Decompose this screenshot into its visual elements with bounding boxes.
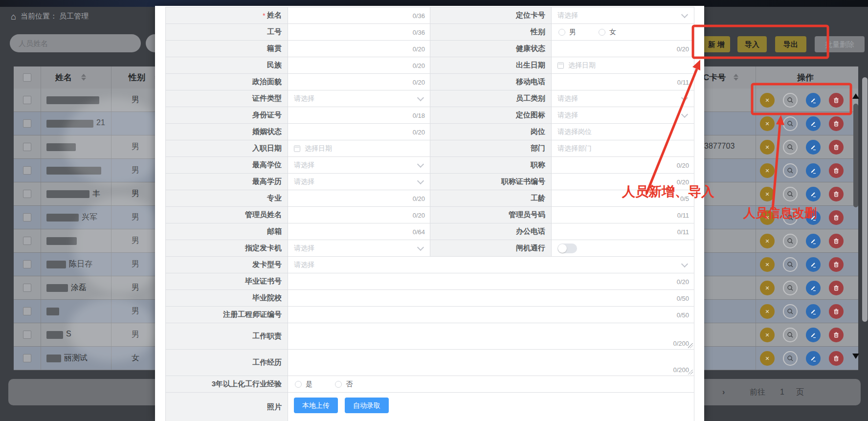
import-button[interactable]: 导入 [737, 36, 767, 52]
row-checkbox[interactable] [23, 331, 31, 339]
radio-cell[interactable]: 是否 [288, 376, 694, 392]
radio-option[interactable]: 男 [558, 28, 576, 37]
select-input[interactable]: 请选择 [288, 157, 430, 173]
local-upload-button[interactable]: 本地上传 [294, 398, 338, 413]
select-input[interactable]: 请选择 [288, 174, 430, 190]
disable-button[interactable]: ✕ [760, 93, 775, 108]
view-button[interactable] [783, 187, 798, 201]
edit-button[interactable] [806, 304, 821, 319]
disable-button[interactable]: ✕ [760, 234, 775, 248]
edit-button[interactable] [806, 116, 821, 131]
date-input[interactable]: 选择日期 [552, 57, 694, 73]
pagination-next-icon[interactable]: › [722, 379, 725, 405]
add-button[interactable]: 新 增 [703, 36, 730, 52]
pagination-goto-input[interactable]: 1 [780, 379, 784, 405]
resize-handle-icon[interactable] [688, 370, 693, 375]
auto-capture-button[interactable]: 自动录取 [345, 398, 389, 413]
row-checkbox[interactable] [23, 166, 31, 175]
text-input[interactable]: 0/36 [288, 7, 430, 23]
row-checkbox[interactable] [23, 119, 31, 128]
text-input[interactable]: 0/50 [288, 307, 694, 323]
radio-option[interactable]: 否 [335, 380, 353, 389]
text-input[interactable]: 0/20 [288, 273, 694, 289]
row-checkbox[interactable] [23, 237, 31, 245]
view-button[interactable] [783, 93, 798, 108]
select-input[interactable]: 请选择 [288, 240, 430, 256]
delete-button[interactable] [829, 93, 844, 108]
disable-button[interactable]: ✕ [760, 140, 775, 155]
delete-button[interactable] [829, 116, 844, 131]
edit-button[interactable] [806, 163, 821, 178]
text-input[interactable]: 0/11 [552, 207, 694, 223]
select-input[interactable]: 请选择 [552, 7, 694, 23]
text-input[interactable]: 0/20 [552, 41, 694, 57]
select-input[interactable]: 请选择 [288, 90, 430, 107]
view-button[interactable] [783, 351, 798, 366]
textarea-input[interactable]: 0/200 [288, 350, 694, 376]
photo-cell[interactable]: 本地上传自动录取 [288, 393, 694, 421]
row-checkbox[interactable] [23, 307, 31, 315]
row-checkbox[interactable] [23, 190, 31, 198]
radio-option[interactable]: 是 [295, 380, 312, 389]
text-input[interactable]: 0/20 [288, 57, 430, 73]
select-input[interactable]: 请选择 [552, 90, 694, 107]
disable-button[interactable]: ✕ [760, 116, 775, 131]
select-all-checkbox[interactable] [23, 73, 31, 82]
text-input[interactable]: 0/64 [288, 223, 430, 240]
table-scrollbar-thumb[interactable] [853, 104, 858, 207]
picker-input[interactable]: 请选择岗位 [552, 124, 694, 140]
edit-button[interactable] [806, 281, 821, 295]
text-input[interactable]: 0/20 [552, 157, 694, 173]
delete-button[interactable] [829, 163, 844, 178]
edit-button[interactable] [806, 328, 821, 342]
text-input[interactable]: 0/11 [552, 74, 694, 90]
textarea-input[interactable]: 0/200 [288, 323, 694, 349]
row-checkbox[interactable] [23, 96, 31, 104]
scroll-up-icon[interactable] [852, 93, 859, 99]
row-checkbox[interactable] [23, 143, 31, 151]
column-header-name[interactable]: 姓名 [55, 66, 72, 89]
text-input[interactable]: 0/50 [288, 290, 694, 306]
page-scrollbar[interactable] [862, 77, 868, 322]
disable-button[interactable]: ✕ [760, 328, 775, 342]
radio-option[interactable]: 女 [599, 28, 616, 37]
batch-delete-button[interactable]: 批量删除 [815, 36, 865, 52]
resize-handle-icon[interactable] [688, 343, 693, 348]
search-input[interactable]: 人员姓名 [10, 34, 141, 52]
date-input[interactable]: 选择日期 [288, 140, 430, 156]
edit-button[interactable] [806, 257, 821, 272]
delete-button[interactable] [829, 234, 844, 248]
view-button[interactable] [783, 328, 798, 342]
row-checkbox[interactable] [23, 260, 31, 268]
view-button[interactable] [783, 116, 798, 131]
column-header-card[interactable]: C卡号 [703, 66, 726, 89]
row-checkbox[interactable] [23, 213, 31, 222]
delete-button[interactable] [829, 140, 844, 155]
text-input[interactable]: 0/18 [288, 107, 430, 123]
toggle-cell[interactable] [552, 240, 694, 256]
delete-button[interactable] [829, 210, 844, 225]
text-input[interactable]: 0/11 [552, 223, 694, 240]
delete-button[interactable] [829, 257, 844, 272]
view-button[interactable] [783, 163, 798, 178]
disable-button[interactable]: ✕ [760, 281, 775, 295]
text-input[interactable]: 0/20 [288, 41, 430, 57]
text-input[interactable]: 0/20 [288, 74, 430, 90]
export-button[interactable]: 导出 [775, 36, 806, 52]
view-button[interactable] [783, 304, 798, 319]
disable-button[interactable]: ✕ [760, 187, 775, 201]
edit-button[interactable] [806, 187, 821, 201]
text-input[interactable]: 0/20 [288, 124, 430, 140]
edit-button[interactable] [806, 140, 821, 155]
row-checkbox[interactable] [23, 284, 31, 292]
view-button[interactable] [783, 140, 798, 155]
edit-button[interactable] [806, 351, 821, 366]
view-button[interactable] [783, 234, 798, 248]
delete-button[interactable] [829, 281, 844, 295]
disable-button[interactable]: ✕ [760, 163, 775, 178]
delete-button[interactable] [829, 187, 844, 201]
delete-button[interactable] [829, 304, 844, 319]
edit-button[interactable] [806, 234, 821, 248]
view-button[interactable] [783, 281, 798, 295]
disable-button[interactable]: ✕ [760, 351, 775, 366]
